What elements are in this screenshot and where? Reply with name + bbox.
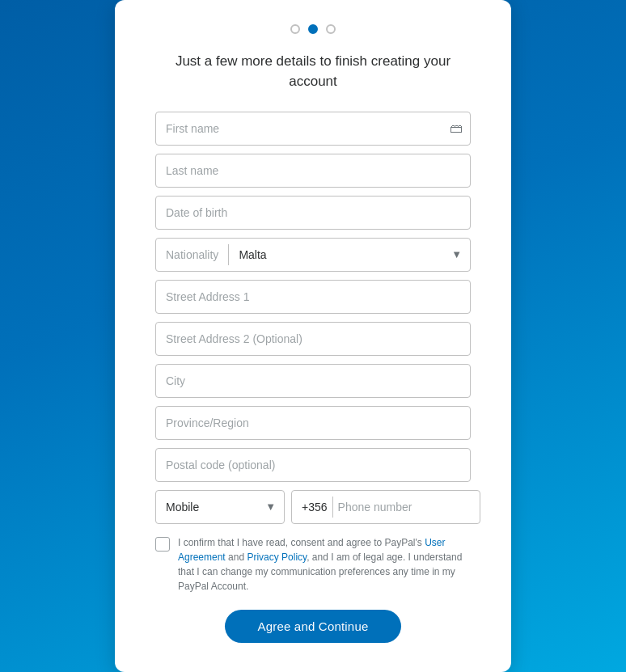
- phone-country-code: +356: [292, 501, 332, 514]
- phone-divider: [332, 497, 333, 518]
- nationality-group: Nationality Malta United Kingdom United …: [155, 238, 471, 272]
- consent-text-before: I confirm that I have read, consent and …: [178, 537, 425, 548]
- phone-type-select[interactable]: Mobile Home Work: [156, 491, 284, 523]
- consent-checkbox[interactable]: [155, 537, 170, 552]
- nationality-dropdown-icon: ▼: [451, 248, 470, 260]
- last-name-input[interactable]: [155, 154, 471, 188]
- consent-text: I confirm that I have read, consent and …: [178, 535, 471, 594]
- card-title: Just a few more details to finish creati…: [155, 52, 471, 91]
- street2-input[interactable]: [155, 322, 471, 356]
- street2-group: [155, 322, 471, 356]
- province-input[interactable]: [155, 406, 471, 440]
- dob-input[interactable]: [155, 196, 471, 230]
- consent-area: I confirm that I have read, consent and …: [155, 535, 471, 594]
- phone-group: Mobile Home Work ▼ +356: [155, 490, 471, 524]
- step-dot-1: [290, 24, 300, 34]
- city-group: [155, 364, 471, 398]
- step-dot-3: [326, 24, 336, 34]
- nationality-label: Nationality: [156, 248, 228, 261]
- step-indicator: [155, 24, 471, 34]
- consent-text-middle: and: [226, 552, 247, 563]
- city-input[interactable]: [155, 364, 471, 398]
- dob-group: [155, 196, 471, 230]
- agree-continue-button[interactable]: Agree and Continue: [225, 610, 400, 643]
- phone-number-input[interactable]: [338, 491, 480, 523]
- postal-input[interactable]: [155, 448, 471, 482]
- street1-group: [155, 280, 471, 314]
- first-name-input[interactable]: [155, 112, 471, 146]
- phone-type-wrapper: Mobile Home Work ▼: [155, 490, 285, 524]
- province-group: [155, 406, 471, 440]
- phone-number-wrapper: +356: [291, 490, 480, 524]
- privacy-policy-link[interactable]: Privacy Policy: [247, 552, 307, 563]
- last-name-group: [155, 154, 471, 188]
- step-dot-2: [308, 24, 318, 34]
- first-name-group: 🗃: [155, 112, 471, 146]
- autofill-icon: 🗃: [450, 121, 463, 136]
- street1-input[interactable]: [155, 280, 471, 314]
- nationality-select[interactable]: Malta United Kingdom United States Franc…: [229, 239, 451, 271]
- registration-card: Just a few more details to finish creati…: [115, 0, 511, 671]
- postal-group: [155, 448, 471, 482]
